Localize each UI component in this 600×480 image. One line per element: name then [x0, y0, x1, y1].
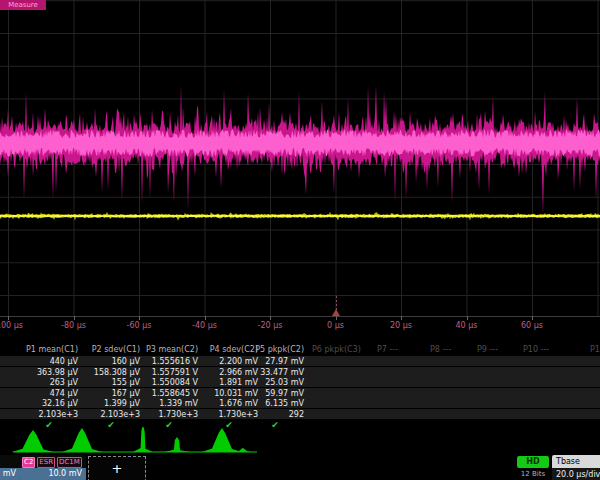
- waveform-plot: [0, 0, 600, 316]
- histicon-p4[interactable]: [164, 437, 190, 452]
- add-trace-button[interactable]: +: [88, 456, 146, 480]
- c2-channel-badge: C2: [22, 457, 35, 468]
- param-stat-p5: 25.03 mV: [230, 378, 304, 388]
- histicon-row: [0, 427, 600, 456]
- axis-label: -100 µs: [0, 321, 23, 330]
- c2-coupling-chip: DC1M: [57, 457, 82, 468]
- histicon-p5[interactable]: [202, 428, 242, 452]
- axis-label: -40 µs: [192, 321, 217, 330]
- param-stat-p5: 292: [230, 410, 304, 420]
- descriptor-bar: C1 DC1M 10.0 mV C2 ESR DC1M 10.0 mV + HD…: [0, 454, 600, 480]
- axis-tick: [139, 316, 140, 320]
- c2-esr-chip: ESR: [37, 457, 55, 468]
- param-header-p5[interactable]: P5 pkpk(C2): [230, 345, 304, 355]
- param-stat-p5: 59.97 mV: [230, 389, 304, 399]
- time-axis-line: [0, 316, 600, 317]
- time-axis: -100 µs-80 µs-60 µs-40 µs-20 µs0 µs20 µs…: [0, 316, 600, 336]
- hd-bits-label: 12 Bits: [515, 470, 551, 478]
- param-header-inactive[interactable]: P10 ---: [523, 345, 593, 355]
- timebase-descriptor[interactable]: Tbase 20.0 µs/div: [552, 455, 600, 480]
- waveform-grid: Measure: [0, 0, 600, 316]
- param-stat-p5: 33.477 mV: [230, 368, 304, 378]
- measure-table: P1 mean(C1)440 µV363.98 µV263 µV474 µV32…: [0, 336, 600, 428]
- axis-tick: [401, 316, 402, 320]
- param-header-inactive[interactable]: P11: [590, 345, 600, 355]
- oscilloscope-screen: Measure -100 µs-80 µs-60 µs-40 µs-20 µs0…: [0, 0, 600, 480]
- trigger-dotted-line: [336, 296, 337, 316]
- axis-label: 60 µs: [521, 321, 543, 330]
- axis-tick: [270, 316, 271, 320]
- c1-scale-value: 10.0 mV: [0, 468, 20, 480]
- timebase-label: Tbase: [552, 455, 600, 468]
- axis-label: 40 µs: [456, 321, 478, 330]
- axis-label: -60 µs: [127, 321, 152, 330]
- timebase-value: 20.0 µs/div: [552, 468, 600, 480]
- param-header-inactive[interactable]: P6 pkpk(C3): [312, 345, 382, 355]
- axis-label: -20 µs: [258, 321, 283, 330]
- axis-tick: [74, 316, 75, 320]
- c2-scale-value: 10.0 mV: [20, 468, 86, 480]
- axis-label: 0 µs: [327, 321, 344, 330]
- axis-label: 20 µs: [390, 321, 412, 330]
- channel-c2-descriptor[interactable]: C2 ESR DC1M 10.0 mV: [20, 455, 86, 480]
- axis-label: -80 µs: [61, 321, 86, 330]
- histicon-p1[interactable]: [12, 430, 54, 452]
- histicon-p2[interactable]: [62, 428, 102, 452]
- param-stat-p5: 6.135 mV: [230, 399, 304, 409]
- histicon-p3[interactable]: [133, 427, 153, 452]
- axis-tick: [532, 316, 533, 320]
- axis-tick: [467, 316, 468, 320]
- axis-tick: [205, 316, 206, 320]
- hd-mode-badge[interactable]: HD: [517, 456, 549, 468]
- channel-c1-descriptor[interactable]: C1 DC1M 10.0 mV: [0, 455, 20, 480]
- param-stat-p5: 27.97 mV: [230, 357, 304, 367]
- axis-tick: [8, 316, 9, 320]
- cropped-menu-label[interactable]: Measure: [0, 0, 46, 10]
- axis-tick: [336, 316, 337, 320]
